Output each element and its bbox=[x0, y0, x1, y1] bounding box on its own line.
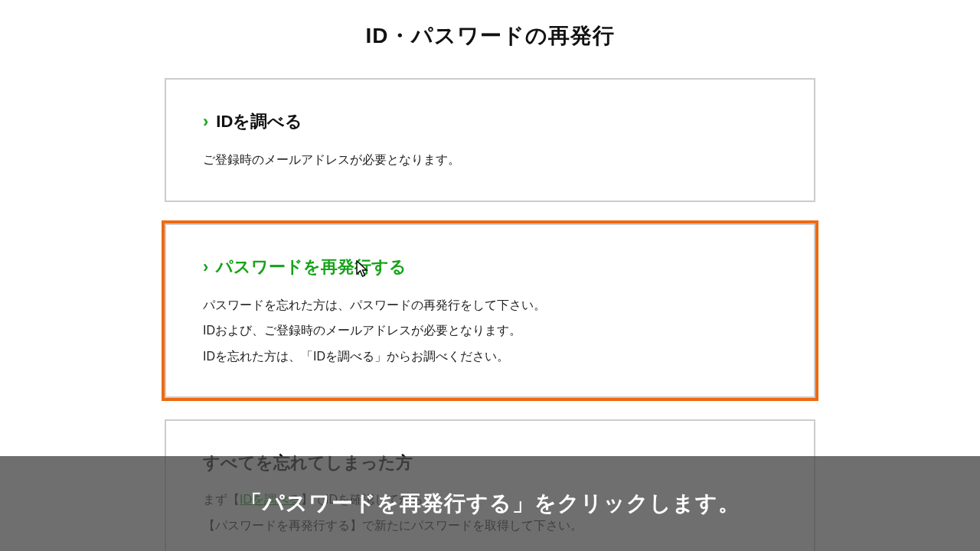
reissue-desc-1: パスワードを忘れた方は、パスワードの再発行をして下さい。 bbox=[203, 292, 777, 318]
subtitle-bar: 「パスワードを再発行する」をクリックします。 bbox=[0, 456, 980, 551]
chevron-right-icon: › bbox=[203, 257, 208, 277]
chevron-right-icon: › bbox=[203, 112, 208, 132]
reissue-password-label: パスワードを再発行する bbox=[216, 256, 407, 279]
subtitle-text: 「パスワードを再発行する」をクリックします。 bbox=[240, 489, 740, 518]
reissue-desc-3: IDを忘れた方は、「IDを調べる」からお調べください。 bbox=[203, 344, 777, 370]
page-title: ID・パスワードの再発行 bbox=[0, 21, 980, 51]
lookup-id-desc: ご登録時のメールアドレスが必要となります。 bbox=[203, 147, 777, 173]
card-reissue-password: › パスワードを再発行する パスワードを忘れた方は、パスワードの再発行をして下さ… bbox=[165, 223, 815, 399]
lookup-id-label: IDを調べる bbox=[216, 110, 302, 133]
lookup-id-link[interactable]: › IDを調べる bbox=[203, 110, 302, 133]
reissue-desc-2: IDおよび、ご登録時のメールアドレスが必要となります。 bbox=[203, 318, 777, 344]
card-lookup-id: › IDを調べる ご登録時のメールアドレスが必要となります。 bbox=[165, 78, 815, 202]
reissue-password-link[interactable]: › パスワードを再発行する bbox=[203, 256, 407, 279]
